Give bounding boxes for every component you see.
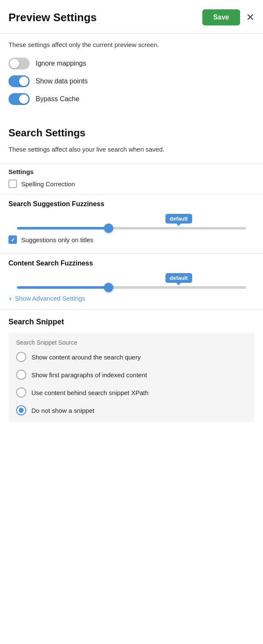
content-fuzziness-section: Content Search Fuzziness default ∨ Show … bbox=[0, 253, 263, 310]
suggestions-only-titles-checkbox[interactable] bbox=[8, 235, 17, 244]
bypass-cache-row: Bypass Cache bbox=[8, 93, 255, 105]
settings-label: Settings bbox=[8, 168, 255, 175]
radio-first-paragraphs-label: Show first paragraphs of indexed content bbox=[31, 371, 147, 379]
suggestion-fuzziness-title: Search Suggestion Fuzziness bbox=[8, 200, 255, 208]
ignore-mappings-slider bbox=[8, 58, 30, 69]
content-fuzziness-thumb[interactable] bbox=[104, 283, 113, 292]
ignore-mappings-row: Ignore mappings bbox=[8, 58, 255, 69]
search-settings-description: These settings affect also your live sea… bbox=[8, 145, 255, 155]
content-fuzziness-tooltip: default bbox=[165, 273, 192, 283]
suggestion-fuzziness-tooltip: default bbox=[165, 214, 192, 224]
page-title: Preview Settings bbox=[8, 11, 97, 24]
show-advanced-button[interactable]: ∨ Show Advanced Settings bbox=[8, 295, 85, 302]
suggestion-fuzziness-thumb[interactable] bbox=[104, 224, 113, 233]
radio-row-around-query: Show content around the search query bbox=[16, 352, 247, 362]
suggestion-fuzziness-track[interactable] bbox=[17, 227, 246, 229]
content-fuzziness-container: default bbox=[8, 273, 255, 289]
radio-around-query-label: Show content around the search query bbox=[31, 354, 141, 361]
search-snippet-section: Search Snippet Search Snippet Source Sho… bbox=[0, 310, 263, 430]
radio-xpath-label: Use content behind search snippet XPath bbox=[31, 389, 148, 396]
radio-row-first-paragraphs: Show first paragraphs of indexed content bbox=[16, 370, 247, 380]
header: Preview Settings Save ✕ bbox=[0, 0, 263, 33]
radio-row-no-snippet: Do not show a snippet bbox=[16, 405, 247, 415]
suggestions-only-titles-row: Suggestions only on titles bbox=[8, 235, 255, 244]
show-data-points-toggle[interactable] bbox=[8, 75, 30, 87]
save-button[interactable]: Save bbox=[202, 9, 240, 25]
snippet-source-label: Search Snippet Source bbox=[16, 339, 247, 346]
spelling-correction-row: Spelling Correction bbox=[8, 180, 255, 188]
content-fuzziness-track[interactable] bbox=[17, 286, 246, 289]
radio-no-snippet-label: Do not show a snippet bbox=[31, 407, 94, 414]
show-data-points-row: Show data points bbox=[8, 75, 255, 87]
search-settings-title: Search Settings bbox=[8, 127, 255, 139]
radio-first-paragraphs[interactable] bbox=[16, 370, 26, 380]
snippet-box: Search Snippet Source Show content aroun… bbox=[8, 332, 255, 422]
content-fuzziness-title: Content Search Fuzziness bbox=[8, 260, 255, 267]
header-actions: Save ✕ bbox=[202, 9, 255, 25]
spelling-correction-checkbox[interactable] bbox=[8, 180, 17, 188]
ignore-mappings-label: Ignore mappings bbox=[36, 60, 86, 67]
show-data-points-slider bbox=[8, 75, 30, 87]
bypass-cache-slider bbox=[8, 93, 30, 105]
close-button[interactable]: ✕ bbox=[246, 11, 255, 23]
suggestion-fuzziness-container: default bbox=[8, 214, 255, 229]
settings-block: Settings Spelling Correction bbox=[0, 163, 263, 194]
preview-section: These settings affect only the current p… bbox=[0, 33, 263, 115]
preview-description: These settings affect only the current p… bbox=[8, 40, 255, 50]
bypass-cache-label: Bypass Cache bbox=[36, 95, 79, 103]
radio-row-xpath: Use content behind search snippet XPath bbox=[16, 387, 247, 398]
ignore-mappings-toggle[interactable] bbox=[8, 58, 30, 69]
spelling-correction-label: Spelling Correction bbox=[21, 180, 75, 188]
bypass-cache-toggle[interactable] bbox=[8, 93, 30, 105]
search-settings-section: Search Settings These settings affect al… bbox=[0, 115, 263, 164]
close-icon: ✕ bbox=[246, 11, 255, 23]
suggestion-fuzziness-section: Search Suggestion Fuzziness default Sugg… bbox=[0, 194, 263, 253]
suggestions-only-titles-label: Suggestions only on titles bbox=[21, 236, 93, 243]
chevron-down-icon: ∨ bbox=[8, 296, 12, 301]
show-data-points-label: Show data points bbox=[36, 77, 88, 85]
radio-around-query[interactable] bbox=[16, 352, 26, 362]
show-advanced-label: Show Advanced Settings bbox=[15, 295, 85, 302]
search-snippet-title: Search Snippet bbox=[8, 318, 255, 326]
radio-xpath[interactable] bbox=[16, 387, 26, 398]
radio-no-snippet[interactable] bbox=[16, 405, 26, 415]
